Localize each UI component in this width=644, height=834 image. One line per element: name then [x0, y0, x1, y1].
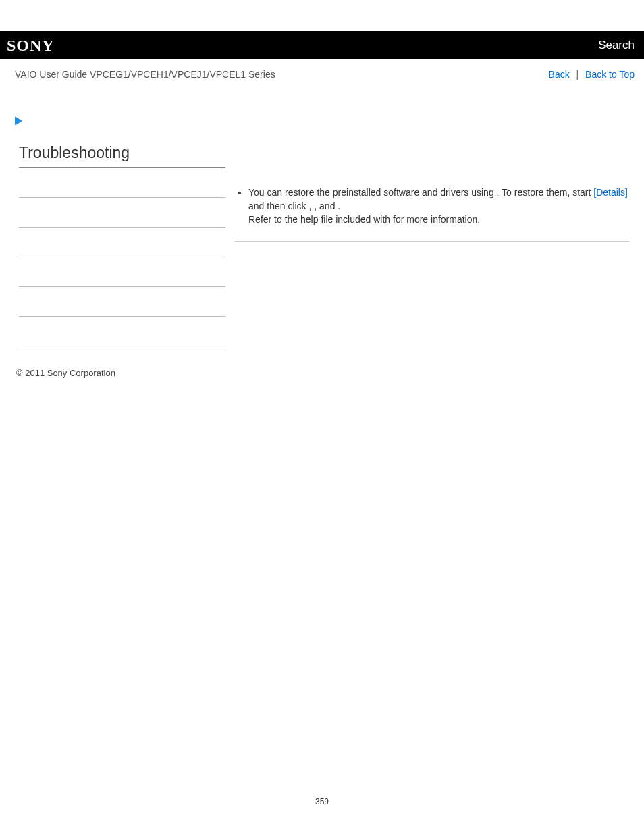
sidebar-item[interactable]	[19, 287, 225, 317]
page-title: Troubleshooting	[19, 144, 225, 168]
sidebar-item[interactable]	[19, 257, 225, 287]
list-item: You can restore the preinstalled softwar…	[248, 186, 629, 226]
header-nav-links: Back | Back to Top	[549, 69, 635, 80]
copyright-text: © 2011 Sony Corporation	[0, 346, 644, 378]
sidebar	[19, 168, 225, 346]
back-link[interactable]: Back	[549, 69, 570, 80]
sidebar-item[interactable]	[19, 198, 225, 228]
sidebar-item[interactable]	[19, 168, 225, 198]
chevron-right-icon[interactable]	[15, 116, 22, 126]
guide-title: VAIO User Guide VPCEG1/VPCEH1/VPCEJ1/VPC…	[15, 69, 275, 80]
main-content: You can restore the preinstalled softwar…	[225, 168, 629, 242]
details-link[interactable]: [Details]	[593, 187, 628, 198]
back-to-top-link[interactable]: Back to Top	[585, 69, 635, 80]
breadcrumb-row	[0, 89, 644, 128]
text-fragment: for more information.	[393, 214, 480, 225]
two-column-layout: You can restore the preinstalled softwar…	[19, 168, 629, 346]
content-wrap: Troubleshooting You can restore the prei…	[0, 128, 644, 346]
subheader: VAIO User Guide VPCEG1/VPCEH1/VPCEJ1/VPC…	[0, 59, 644, 89]
text-fragment: .	[338, 201, 340, 211]
page-number: 359	[0, 797, 644, 820]
text-fragment: , and	[314, 201, 338, 211]
content-divider	[235, 241, 629, 242]
nav-separator: |	[572, 69, 583, 80]
text-fragment: . To restore them, start	[497, 187, 594, 198]
sony-logo: SONY	[7, 36, 55, 55]
sidebar-item[interactable]	[19, 317, 225, 346]
text-fragment: and then click	[248, 201, 309, 211]
search-link[interactable]: Search	[598, 38, 635, 52]
sidebar-item[interactable]	[19, 228, 225, 257]
content-list: You can restore the preinstalled softwar…	[235, 186, 629, 226]
text-fragment: Refer to the help file included with	[248, 214, 393, 225]
text-fragment: You can restore the preinstalled softwar…	[248, 187, 497, 198]
header-bar: SONY Search	[0, 31, 644, 59]
